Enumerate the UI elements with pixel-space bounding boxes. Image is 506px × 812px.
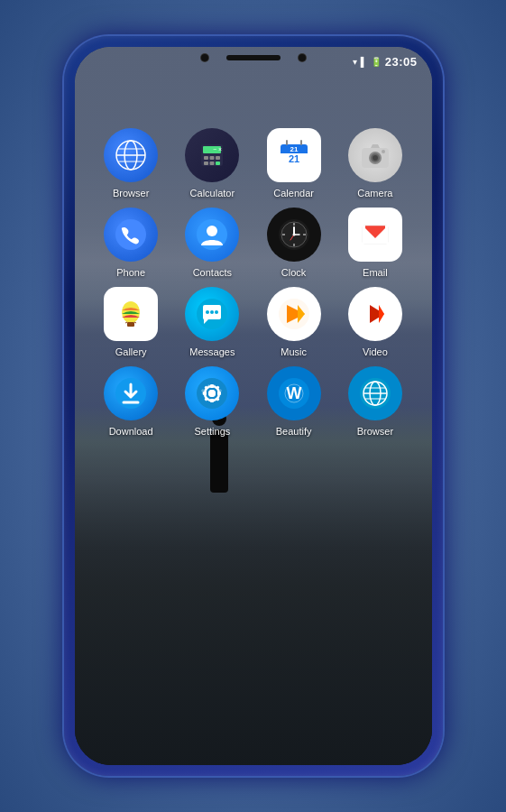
browser2-icon xyxy=(348,366,402,420)
download-label: Download xyxy=(109,426,153,437)
phone-label: Phone xyxy=(116,267,145,278)
status-icons: ▾ ▌ 🔋 23:05 xyxy=(353,55,418,69)
beautify-label: Beautify xyxy=(276,426,312,437)
app-browser2[interactable]: Browser xyxy=(336,366,413,437)
app-grid: Browser − × xyxy=(93,128,414,437)
wifi-icon: ▾ xyxy=(353,57,357,67)
svg-point-28 xyxy=(207,226,217,236)
svg-rect-41 xyxy=(363,226,365,244)
video-label: Video xyxy=(363,346,388,357)
app-camera[interactable]: Camera xyxy=(336,128,413,198)
svg-text:21: 21 xyxy=(290,145,298,153)
calendar-icon: 21 21 xyxy=(267,128,321,182)
browser-icon xyxy=(104,128,158,182)
svg-point-70 xyxy=(208,390,216,397)
front-camera xyxy=(201,54,208,61)
music-icon xyxy=(267,287,321,341)
status-bar: ▾ ▌ 🔋 23:05 xyxy=(75,47,432,76)
download-icon xyxy=(104,366,158,420)
app-clock[interactable]: Clock xyxy=(255,208,332,278)
app-beautify[interactable]: W Beautify xyxy=(255,366,332,437)
svg-point-48 xyxy=(206,310,209,314)
svg-text:−  ×: − × xyxy=(213,146,222,152)
settings-icon xyxy=(185,366,239,420)
svg-rect-13 xyxy=(216,161,220,165)
app-contacts[interactable]: Contacts xyxy=(174,208,251,278)
svg-text:21: 21 xyxy=(289,153,299,164)
email-label: Email xyxy=(363,267,388,278)
svg-point-38 xyxy=(292,234,295,236)
speaker-grille xyxy=(226,55,281,60)
svg-text:W: W xyxy=(286,384,301,402)
video-icon xyxy=(348,287,402,341)
camera-area xyxy=(201,54,306,61)
messages-label: Messages xyxy=(189,346,235,357)
camera-label: Camera xyxy=(357,188,392,198)
messages-icon xyxy=(185,287,239,341)
contacts-label: Contacts xyxy=(193,267,232,278)
svg-rect-9 xyxy=(210,156,215,160)
app-calculator[interactable]: − × Calculator xyxy=(174,128,251,198)
phone-icon xyxy=(104,208,158,262)
app-video[interactable]: Video xyxy=(336,287,413,357)
camera-icon-bg xyxy=(348,128,402,182)
svg-rect-8 xyxy=(204,156,208,160)
svg-point-50 xyxy=(215,310,218,314)
calculator-icon: − × xyxy=(185,128,239,182)
phone-screen: ▾ ▌ 🔋 23:05 xyxy=(75,47,432,765)
gallery-label: Gallery xyxy=(115,346,147,357)
app-calendar[interactable]: 21 21 Calendar xyxy=(255,128,332,198)
app-email[interactable]: Email xyxy=(336,208,413,278)
svg-point-24 xyxy=(373,155,378,161)
browser-label: Browser xyxy=(113,188,149,198)
svg-rect-62 xyxy=(210,384,214,388)
gallery-icon xyxy=(104,287,158,341)
svg-rect-64 xyxy=(203,392,207,395)
clock-label: Clock xyxy=(281,267,307,278)
battery-icon: 🔋 xyxy=(371,57,382,67)
svg-rect-63 xyxy=(210,399,214,402)
browser2-label: Browser xyxy=(357,426,393,437)
music-label: Music xyxy=(281,346,307,357)
calendar-label: Calendar xyxy=(273,188,314,198)
app-phone[interactable]: Phone xyxy=(93,208,170,278)
email-icon xyxy=(348,208,402,262)
app-settings[interactable]: Settings xyxy=(174,366,251,437)
svg-line-46 xyxy=(134,322,136,323)
app-music[interactable]: Music xyxy=(255,287,332,357)
settings-label: Settings xyxy=(195,426,231,437)
svg-point-26 xyxy=(115,219,146,250)
status-time: 23:05 xyxy=(385,55,418,69)
app-grid-container: Browser − × xyxy=(75,128,432,765)
calculator-label: Calculator xyxy=(190,188,235,198)
clock-icon-bg xyxy=(267,208,321,262)
svg-rect-11 xyxy=(204,161,208,165)
svg-rect-42 xyxy=(385,226,388,244)
app-download[interactable]: Download xyxy=(93,366,170,437)
beautify-icon: W xyxy=(267,366,321,420)
app-messages[interactable]: Messages xyxy=(174,287,251,357)
sensor xyxy=(299,54,306,61)
svg-rect-65 xyxy=(217,392,221,395)
app-gallery[interactable]: Gallery xyxy=(93,287,170,357)
contacts-icon xyxy=(185,208,239,262)
svg-rect-12 xyxy=(210,161,215,165)
phone-device: ▾ ▌ 🔋 23:05 xyxy=(64,36,443,776)
signal-icon: ▌ xyxy=(361,57,367,67)
svg-point-25 xyxy=(382,150,385,153)
svg-rect-10 xyxy=(216,156,220,160)
svg-line-45 xyxy=(125,322,127,323)
svg-point-49 xyxy=(210,310,214,314)
svg-rect-44 xyxy=(127,322,134,327)
app-browser[interactable]: Browser xyxy=(93,128,170,198)
